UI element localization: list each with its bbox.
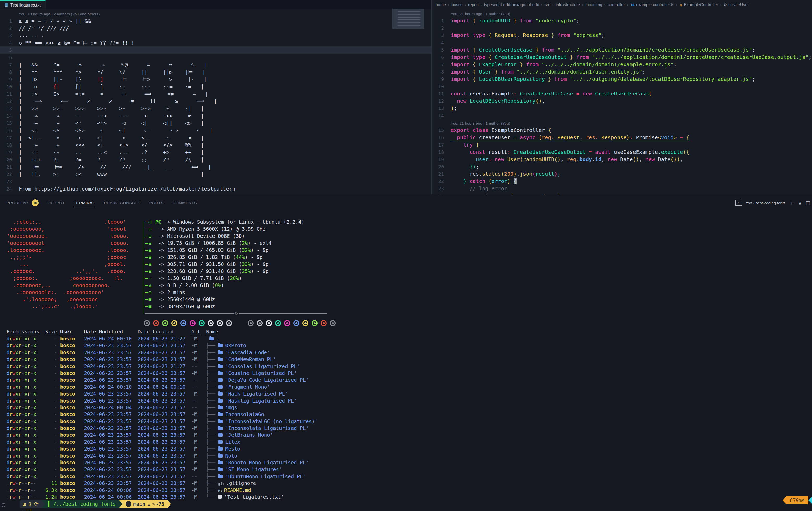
column-header: Permissions	[6, 328, 39, 335]
fastfetch-value: 33%	[242, 261, 251, 268]
arrow: ->	[155, 289, 167, 296]
line-number: 2	[432, 25, 444, 32]
fastfetch-value: )	[221, 282, 224, 289]
breadcrumb-item-createuser[interactable]: ⚙createUser	[724, 3, 749, 7]
file-name: .gitignore	[226, 480, 256, 486]
breadcrumb-label: example.controller.ts	[636, 3, 674, 7]
code-token: const	[451, 90, 466, 97]
code-line: 9| |▷ ||- |} |] ⊨ ⊨> ▷ |- |	[0, 76, 431, 83]
terminal-panel[interactable]: .;clol:,. .loooo' :ooooooooo, 'ooool 'oo…	[0, 211, 812, 511]
tree-connector: ├──	[206, 391, 218, 397]
breadcrumb-item-typescript-ddd-hexagonal-ddd[interactable]: typescript-ddd-hexagonal-ddd	[484, 3, 539, 7]
code-token	[485, 178, 488, 184]
new-terminal-button[interactable]: ＋	[789, 199, 794, 206]
tab-test-ligatures[interactable]: Test ligatures.txt	[0, 0, 46, 10]
code-line: 20 });	[432, 163, 812, 170]
panel-tab-debug-console[interactable]: DEBUG CONSOLE	[104, 199, 140, 207]
code-token: |	[201, 105, 204, 112]
code-text: ◇ ** ⟸ >>< ≥ &= ^= ⊨ := ?? ??= !! !	[19, 39, 134, 46]
breadcrumb-item-examplecontroller[interactable]: ◈ExampleController	[679, 3, 718, 7]
panel-tab-comments[interactable]: COMMENTS	[173, 199, 197, 207]
git-codelens[interactable]: You, 21 hours ago | 1 author (You)	[451, 10, 510, 18]
file-size: -	[39, 438, 57, 445]
breadcrumb-item-example-controller-ts[interactable]: TSexample.controller.ts	[630, 3, 674, 7]
date-created: 2024-06-23 23:57	[138, 390, 188, 397]
file-size: -	[39, 425, 57, 431]
shell-prompt: ⊞∂⟳ ▍ /../best-coding-fonts main ≡ ✎~73	[20, 500, 171, 508]
palette-dot	[192, 322, 194, 324]
code-token	[511, 178, 514, 184]
code-token: <+>	[113, 142, 135, 148]
palette-gap	[235, 320, 244, 326]
panel-tab-terminal[interactable]: TERMINAL	[74, 199, 95, 207]
code-text: | ⟹ ⟸ ≠ ≠ ≢ !! ≥ ⟹ |	[19, 98, 217, 104]
date-created: 2024-06-23 23:57	[138, 342, 188, 349]
code-token: ⊨>	[136, 76, 160, 82]
panel-tab-output[interactable]: OUTPUT	[48, 199, 65, 207]
file-row: drwxr-xr-x-bosco2024-06-23 23:572024-06-…	[6, 376, 318, 383]
editor-pane-left[interactable]: Test ligatures.txt You, 18 hours ago | 2…	[0, 0, 432, 195]
code-token: {	[473, 18, 479, 24]
breadcrumb-item-incoming[interactable]: incoming	[585, 3, 602, 7]
code-token: ++	[179, 149, 201, 155]
code-token: .	[479, 171, 482, 177]
file-name: 'InconsolataLGC (no ligatures)'	[225, 419, 318, 424]
code-line: 24 console.error(error as Error);	[432, 192, 812, 195]
column-header: Git	[188, 328, 206, 335]
code-token: ⇒	[677, 134, 683, 141]
breadcrumb-item-src[interactable]: src	[545, 3, 550, 7]
text-editor-right[interactable]: You, 21 hours ago | 1 author (You)1impor…	[432, 10, 812, 195]
code-token: ⊨=	[49, 164, 72, 170]
code-token	[485, 32, 488, 38]
file-row: drwxr-xr-x-bosco2024-06-23 23:572024-06-…	[6, 452, 318, 459]
code-token: {	[473, 47, 479, 53]
code-token: ⊨	[113, 76, 136, 82]
code-line: 17| <!-- ◇ ← ←| ↔ <-- ↼ « |	[0, 134, 431, 141]
code-token: :<	[69, 171, 91, 177]
code-token: res	[583, 134, 595, 141]
folder-icon	[218, 385, 223, 389]
git-codelens[interactable]: You, 18 hours ago | 2 authors (You and o…	[19, 10, 100, 18]
code-text: | >> >>= >>> >>- >- >-> ↝ -| |	[19, 105, 204, 112]
breadcrumb-item-home[interactable]: home	[436, 3, 446, 7]
palette-swatch	[208, 320, 214, 326]
date-modified: 2024-06-23 23:57	[81, 473, 138, 480]
date-created: 2024-06-23 23:57	[138, 487, 188, 493]
date-created: 2024-06-23 23:57	[138, 480, 188, 486]
file-name: 'Roboto Mono Ligaturised PL'	[225, 460, 309, 465]
tree-connector: ├──	[206, 377, 218, 383]
date-created: 2024-06-23 23:57	[138, 418, 188, 425]
code-token: ;	[674, 61, 677, 67]
text-editor-left[interactable]: You, 18 hours ago | 2 authors (You and o…	[0, 10, 431, 192]
file-icon	[5, 3, 8, 7]
fastfetch-value: ) - 9p	[251, 247, 269, 254]
code-token: {	[489, 32, 495, 38]
git-codelens[interactable]: You, 21 hours ago | 1 author (You)	[451, 120, 510, 127]
command-decoration-dot[interactable]	[2, 503, 5, 507]
chevron-down-icon[interactable]: ∨	[798, 200, 802, 206]
breadcrumb-item-controller[interactable]: controller	[608, 3, 625, 7]
permissions: .rw-r--r--	[6, 487, 39, 493]
code-token: import	[451, 47, 469, 53]
panel-tab-ports[interactable]: PORTS	[149, 199, 164, 207]
terminal-session-label[interactable]: zsh - best-coding-fonts	[746, 201, 786, 205]
split-terminal-button[interactable]: ◫	[806, 200, 810, 206]
code-text: | ⊨ ⊨= /> // /// _|_ __ ⟺ |	[19, 164, 211, 170]
prompt-input-line[interactable]: ⚡	[20, 509, 31, 511]
code-token: new	[451, 98, 466, 104]
code-token: new	[605, 156, 617, 163]
code-token: :	[630, 134, 633, 141]
breadcrumb-label: createUser	[728, 3, 749, 7]
code-token: :>	[25, 91, 47, 97]
line-number: 14	[432, 112, 444, 119]
file-name: 'Inconsolata Ligaturised PL'	[225, 425, 309, 431]
breadcrumb-item-repos[interactable]: repos	[468, 3, 478, 7]
code-token: |	[210, 127, 213, 134]
panel-tab-problems[interactable]: PROBLEMS10	[6, 199, 38, 207]
date-created: 2024-06-23 23:57	[138, 493, 188, 500]
breadcrumb-item-bosco[interactable]: bosco	[452, 3, 463, 7]
editor-pane-right[interactable]: home›bosco›repos›typescript-ddd-hexagona…	[432, 0, 812, 195]
minimap[interactable]	[392, 9, 424, 29]
breadcrumb-item-infrastructure[interactable]: infrastructure	[556, 3, 580, 7]
code-token	[179, 171, 201, 177]
